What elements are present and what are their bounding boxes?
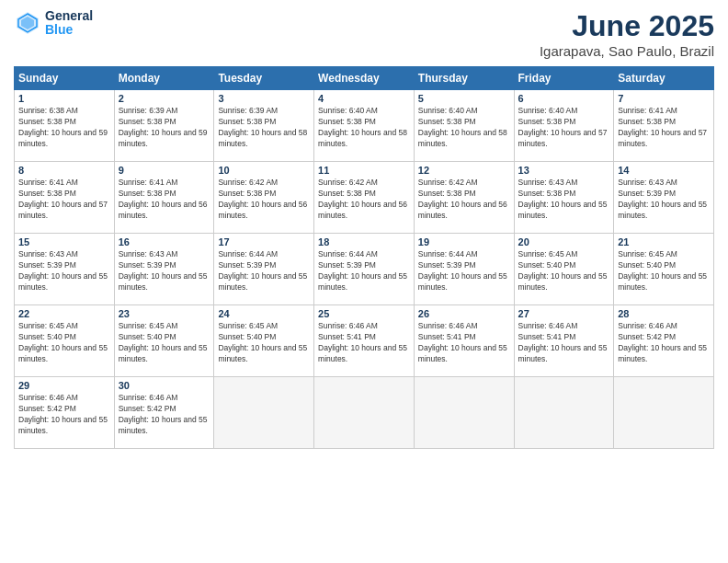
table-row	[514, 377, 614, 449]
day-info: Sunrise: 6:46 AM Sunset: 5:42 PM Dayligh…	[618, 321, 710, 365]
table-row: 25 Sunrise: 6:46 AM Sunset: 5:41 PM Dayl…	[314, 305, 415, 377]
day-info: Sunrise: 6:45 AM Sunset: 5:40 PM Dayligh…	[18, 321, 110, 365]
table-row: 7 Sunrise: 6:41 AM Sunset: 5:38 PM Dayli…	[614, 90, 714, 162]
day-number: 18	[318, 236, 410, 247]
table-row: 26 Sunrise: 6:46 AM Sunset: 5:41 PM Dayl…	[414, 305, 514, 377]
logo: General Blue	[14, 9, 93, 38]
day-number: 29	[18, 380, 110, 391]
table-row	[314, 377, 415, 449]
table-row: 22 Sunrise: 6:45 AM Sunset: 5:40 PM Dayl…	[15, 305, 115, 377]
logo-icon	[14, 9, 41, 37]
day-info: Sunrise: 6:43 AM Sunset: 5:39 PM Dayligh…	[618, 178, 710, 222]
day-info: Sunrise: 6:45 AM Sunset: 5:40 PM Dayligh…	[119, 321, 210, 365]
day-number: 30	[119, 380, 210, 391]
day-number: 24	[218, 308, 310, 319]
day-number: 12	[418, 165, 510, 176]
day-info: Sunrise: 6:45 AM Sunset: 5:40 PM Dayligh…	[618, 249, 710, 293]
logo-text: General Blue	[45, 9, 93, 38]
day-info: Sunrise: 6:44 AM Sunset: 5:39 PM Dayligh…	[418, 249, 510, 293]
table-row: 20 Sunrise: 6:45 AM Sunset: 5:40 PM Dayl…	[514, 234, 614, 305]
day-info: Sunrise: 6:40 AM Sunset: 5:38 PM Dayligh…	[518, 106, 610, 150]
day-info: Sunrise: 6:46 AM Sunset: 5:42 PM Dayligh…	[18, 393, 110, 437]
table-row	[414, 377, 514, 449]
day-number: 5	[418, 93, 510, 104]
table-row: 9 Sunrise: 6:41 AM Sunset: 5:38 PM Dayli…	[114, 162, 214, 234]
day-number: 20	[518, 236, 610, 247]
day-number: 8	[18, 165, 110, 176]
table-row: 10 Sunrise: 6:42 AM Sunset: 5:38 PM Dayl…	[214, 162, 314, 234]
day-number: 17	[218, 236, 310, 247]
day-number: 16	[119, 236, 210, 247]
day-number: 23	[119, 308, 210, 319]
table-row: 6 Sunrise: 6:40 AM Sunset: 5:38 PM Dayli…	[514, 90, 614, 162]
table-row: 29 Sunrise: 6:46 AM Sunset: 5:42 PM Dayl…	[15, 377, 115, 449]
title-block: June 2025 Igarapava, Sao Paulo, Brazil	[540, 9, 714, 59]
calendar-header-thursday: Thursday	[414, 67, 514, 90]
calendar-header-saturday: Saturday	[614, 67, 714, 90]
day-number: 14	[618, 165, 710, 176]
day-number: 21	[618, 236, 710, 247]
table-row	[214, 377, 314, 449]
table-row: 30 Sunrise: 6:46 AM Sunset: 5:42 PM Dayl…	[114, 377, 214, 449]
location: Igarapava, Sao Paulo, Brazil	[540, 43, 714, 59]
calendar-header-sunday: Sunday	[15, 67, 115, 90]
day-info: Sunrise: 6:46 AM Sunset: 5:41 PM Dayligh…	[518, 321, 610, 365]
day-info: Sunrise: 6:42 AM Sunset: 5:38 PM Dayligh…	[418, 178, 510, 222]
day-number: 13	[518, 165, 610, 176]
day-info: Sunrise: 6:38 AM Sunset: 5:38 PM Dayligh…	[18, 106, 110, 150]
day-info: Sunrise: 6:43 AM Sunset: 5:39 PM Dayligh…	[119, 249, 210, 293]
day-number: 25	[318, 308, 410, 319]
table-row: 11 Sunrise: 6:42 AM Sunset: 5:38 PM Dayl…	[314, 162, 415, 234]
day-info: Sunrise: 6:46 AM Sunset: 5:41 PM Dayligh…	[318, 321, 410, 365]
day-info: Sunrise: 6:39 AM Sunset: 5:38 PM Dayligh…	[119, 106, 210, 150]
day-info: Sunrise: 6:41 AM Sunset: 5:38 PM Dayligh…	[119, 178, 210, 222]
table-row: 8 Sunrise: 6:41 AM Sunset: 5:38 PM Dayli…	[15, 162, 115, 234]
table-row: 23 Sunrise: 6:45 AM Sunset: 5:40 PM Dayl…	[114, 305, 214, 377]
table-row: 24 Sunrise: 6:45 AM Sunset: 5:40 PM Dayl…	[214, 305, 314, 377]
table-row: 28 Sunrise: 6:46 AM Sunset: 5:42 PM Dayl…	[614, 305, 714, 377]
day-info: Sunrise: 6:44 AM Sunset: 5:39 PM Dayligh…	[318, 249, 410, 293]
day-number: 11	[318, 165, 410, 176]
day-info: Sunrise: 6:39 AM Sunset: 5:38 PM Dayligh…	[218, 106, 310, 150]
header: General Blue June 2025 Igarapava, Sao Pa…	[14, 9, 714, 59]
day-number: 26	[418, 308, 510, 319]
day-number: 3	[218, 93, 310, 104]
day-info: Sunrise: 6:46 AM Sunset: 5:42 PM Dayligh…	[119, 393, 210, 437]
table-row: 1 Sunrise: 6:38 AM Sunset: 5:38 PM Dayli…	[15, 90, 115, 162]
calendar-header-tuesday: Tuesday	[214, 67, 314, 90]
day-number: 6	[518, 93, 610, 104]
day-number: 28	[618, 308, 710, 319]
table-row: 14 Sunrise: 6:43 AM Sunset: 5:39 PM Dayl…	[614, 162, 714, 234]
page: General Blue June 2025 Igarapava, Sao Pa…	[0, 0, 728, 563]
day-info: Sunrise: 6:41 AM Sunset: 5:38 PM Dayligh…	[618, 106, 710, 150]
day-info: Sunrise: 6:46 AM Sunset: 5:41 PM Dayligh…	[418, 321, 510, 365]
table-row: 13 Sunrise: 6:43 AM Sunset: 5:38 PM Dayl…	[514, 162, 614, 234]
day-number: 1	[18, 93, 110, 104]
day-number: 2	[119, 93, 210, 104]
table-row: 18 Sunrise: 6:44 AM Sunset: 5:39 PM Dayl…	[314, 234, 415, 305]
day-number: 27	[518, 308, 610, 319]
day-info: Sunrise: 6:45 AM Sunset: 5:40 PM Dayligh…	[218, 321, 310, 365]
calendar-header-friday: Friday	[514, 67, 614, 90]
day-info: Sunrise: 6:43 AM Sunset: 5:38 PM Dayligh…	[518, 178, 610, 222]
table-row: 3 Sunrise: 6:39 AM Sunset: 5:38 PM Dayli…	[214, 90, 314, 162]
day-number: 22	[18, 308, 110, 319]
day-info: Sunrise: 6:41 AM Sunset: 5:38 PM Dayligh…	[18, 178, 110, 222]
table-row: 19 Sunrise: 6:44 AM Sunset: 5:39 PM Dayl…	[414, 234, 514, 305]
day-info: Sunrise: 6:40 AM Sunset: 5:38 PM Dayligh…	[318, 106, 410, 150]
table-row	[614, 377, 714, 449]
table-row: 12 Sunrise: 6:42 AM Sunset: 5:38 PM Dayl…	[414, 162, 514, 234]
table-row: 4 Sunrise: 6:40 AM Sunset: 5:38 PM Dayli…	[314, 90, 415, 162]
table-row: 27 Sunrise: 6:46 AM Sunset: 5:41 PM Dayl…	[514, 305, 614, 377]
day-info: Sunrise: 6:44 AM Sunset: 5:39 PM Dayligh…	[218, 249, 310, 293]
table-row: 21 Sunrise: 6:45 AM Sunset: 5:40 PM Dayl…	[614, 234, 714, 305]
day-number: 15	[18, 236, 110, 247]
calendar-header-wednesday: Wednesday	[314, 67, 415, 90]
table-row: 5 Sunrise: 6:40 AM Sunset: 5:38 PM Dayli…	[414, 90, 514, 162]
day-info: Sunrise: 6:42 AM Sunset: 5:38 PM Dayligh…	[318, 178, 410, 222]
calendar: SundayMondayTuesdayWednesdayThursdayFrid…	[14, 66, 714, 449]
day-number: 7	[618, 93, 710, 104]
month-title: June 2025	[540, 9, 714, 43]
table-row: 15 Sunrise: 6:43 AM Sunset: 5:39 PM Dayl…	[15, 234, 115, 305]
day-number: 9	[119, 165, 210, 176]
